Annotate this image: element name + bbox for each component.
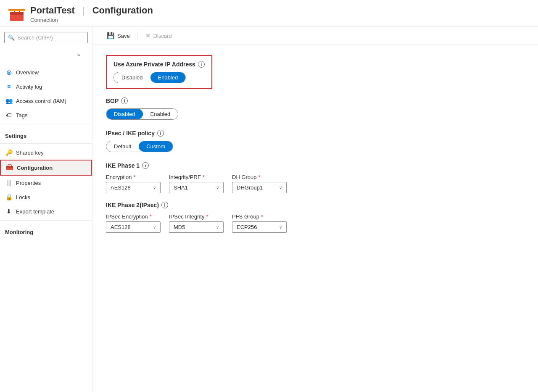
private-ip-info-icon[interactable]: i <box>198 61 205 68</box>
pfs-group-required: * <box>261 213 263 220</box>
main-content: 💾 Save ✕ Discard Use Azure Private IP Ad… <box>92 27 538 392</box>
ipsec-info-icon[interactable]: i <box>157 130 164 137</box>
sidebar-item-overview[interactable]: ⊗ Overview <box>0 65 92 79</box>
header-separator: | <box>82 5 85 16</box>
ike-phase2-section: IKE Phase 2(IPsec) i IPSec Encryption * … <box>106 202 525 233</box>
ipsec-encryption-field: IPSec Encryption * AES128 ∨ <box>106 213 161 233</box>
encryption-label: Encryption * <box>106 174 161 180</box>
ipsec-encryption-chevron-icon: ∨ <box>153 225 156 229</box>
ipsec-encryption-value: AES128 <box>111 224 131 230</box>
discard-button[interactable]: ✕ Discard <box>141 30 176 41</box>
sidebar-item-tags[interactable]: 🏷 Tags <box>0 108 92 122</box>
dh-group-chevron-icon: ∨ <box>279 185 282 190</box>
bgp-enabled-option[interactable]: Enabled <box>143 109 178 119</box>
private-ip-enabled-option[interactable]: Enabled <box>150 72 186 83</box>
ipsec-ike-label: IPsec / IKE policy i <box>106 130 525 137</box>
sidebar-item-label: Overview <box>16 69 39 76</box>
ipsec-custom-option[interactable]: Custom <box>139 141 173 152</box>
private-ip-toggle-group: Disabled Enabled <box>113 72 186 83</box>
ipsec-toggle-group: Default Custom <box>106 141 173 152</box>
encryption-chevron-icon: ∨ <box>153 185 156 190</box>
sidebar-item-label: Access control (IAM) <box>16 98 66 104</box>
ike-phase2-info-icon[interactable]: i <box>161 202 168 208</box>
settings-section-header: Settings <box>0 126 92 142</box>
export-icon: ⬇ <box>5 208 13 215</box>
save-button[interactable]: 💾 Save <box>103 30 134 41</box>
integrity-chevron-icon: ∨ <box>216 185 219 190</box>
key-icon: 🔑 <box>5 149 13 156</box>
properties-icon: ||| <box>5 179 13 187</box>
integrity-field: Integrity/PRF * SHA1 ∨ <box>169 174 224 193</box>
ipsec-encryption-dropdown[interactable]: AES128 ∨ <box>106 221 161 233</box>
bgp-label: BGP i <box>106 97 525 104</box>
sidebar-item-properties[interactable]: ||| Properties <box>0 176 92 190</box>
toolbar-divider <box>137 32 138 40</box>
ike-phase1-section: IKE Phase 1 i Encryption * AES128 ∨ <box>106 162 525 193</box>
sidebar-item-label: Configuration <box>17 165 53 171</box>
activity-log-icon: ≡ <box>5 83 13 90</box>
ike-phase1-info-icon[interactable]: i <box>142 162 149 169</box>
search-box[interactable]: 🔍 <box>4 32 88 43</box>
ipsec-integrity-chevron-icon: ∨ <box>216 225 219 229</box>
bgp-section: BGP i Disabled Enabled <box>106 97 525 120</box>
dh-group-dropdown[interactable]: DHGroup1 ∨ <box>232 182 287 193</box>
sidebar-item-locks[interactable]: 🔒 Locks <box>0 190 92 204</box>
ipsec-default-option[interactable]: Default <box>106 141 139 152</box>
dh-group-value: DHGroup1 <box>237 184 263 191</box>
private-ip-label: Use Azure Private IP Address i <box>113 61 205 68</box>
integrity-value: SHA1 <box>174 184 188 191</box>
configuration-icon <box>6 164 13 171</box>
ike-phase2-label: IKE Phase 2(IPsec) i <box>106 202 525 208</box>
encryption-field: Encryption * AES128 ∨ <box>106 174 161 193</box>
sidebar-item-label: Tags <box>16 112 27 118</box>
sidebar-item-activity-log[interactable]: ≡ Activity log <box>0 79 92 94</box>
monitoring-section-header: Monitoring <box>0 222 92 238</box>
ike-phase1-label: IKE Phase 1 i <box>106 162 525 169</box>
header-text: PortalTest | Configuration Connection <box>30 5 153 23</box>
ipsec-integrity-required: * <box>206 213 208 220</box>
ipsec-integrity-value: MD5 <box>174 224 185 230</box>
sidebar-item-label: Activity log <box>16 84 42 90</box>
sidebar-item-label: Shared key <box>16 150 44 156</box>
sidebar-item-configuration[interactable]: Configuration <box>0 160 92 176</box>
sidebar-item-access-control[interactable]: 👥 Access control (IAM) <box>0 94 92 108</box>
discard-icon: ✕ <box>145 32 151 39</box>
bgp-disabled-option[interactable]: Disabled <box>106 109 143 119</box>
pfs-group-label: PFS Group * <box>232 213 287 220</box>
encryption-dropdown[interactable]: AES128 ∨ <box>106 182 161 193</box>
encryption-value: AES128 <box>111 184 131 191</box>
ipsec-integrity-label: IPSec Integrity * <box>169 213 224 220</box>
collapse-button[interactable]: « <box>73 48 84 60</box>
search-input[interactable] <box>17 34 84 41</box>
resource-type: Connection <box>30 17 153 23</box>
private-ip-section: Use Azure Private IP Address i Disabled … <box>106 55 212 89</box>
sidebar-item-export-template[interactable]: ⬇ Export template <box>0 204 92 218</box>
dh-group-field: DH Group * DHGroup1 ∨ <box>232 174 287 193</box>
iam-icon: 👥 <box>5 97 13 105</box>
svg-rect-7 <box>8 165 11 166</box>
save-label: Save <box>117 33 130 39</box>
dh-group-label: DH Group * <box>232 174 287 180</box>
save-icon: 💾 <box>107 32 115 39</box>
resource-icon <box>8 6 25 23</box>
ike-phase1-fields: Encryption * AES128 ∨ Integrity/PRF * <box>106 174 525 193</box>
pfs-group-field: PFS Group * ECP256 ∨ <box>232 213 287 233</box>
bgp-info-icon[interactable]: i <box>121 97 128 104</box>
overview-icon: ⊗ <box>5 68 13 76</box>
pfs-group-dropdown[interactable]: ECP256 ∨ <box>232 221 287 233</box>
svg-rect-4 <box>8 9 25 10</box>
pfs-group-chevron-icon: ∨ <box>279 225 282 229</box>
pfs-group-value: ECP256 <box>237 224 257 230</box>
integrity-dropdown[interactable]: SHA1 ∨ <box>169 182 224 193</box>
ipsec-encryption-required: * <box>150 213 152 220</box>
ike-phase2-fields: IPSec Encryption * AES128 ∨ IPSec Integr… <box>106 213 525 233</box>
sidebar-item-label: Locks <box>16 194 30 200</box>
sidebar-item-shared-key[interactable]: 🔑 Shared key <box>0 145 92 160</box>
page-title: Configuration <box>92 5 153 16</box>
ipsec-integrity-dropdown[interactable]: MD5 ∨ <box>169 221 224 233</box>
lock-icon: 🔒 <box>5 193 13 201</box>
page-header: PortalTest | Configuration Connection <box>0 0 538 27</box>
ipsec-encryption-label: IPSec Encryption * <box>106 213 161 220</box>
configuration-content: Use Azure Private IP Address i Disabled … <box>92 45 538 251</box>
private-ip-disabled-option[interactable]: Disabled <box>114 72 150 83</box>
